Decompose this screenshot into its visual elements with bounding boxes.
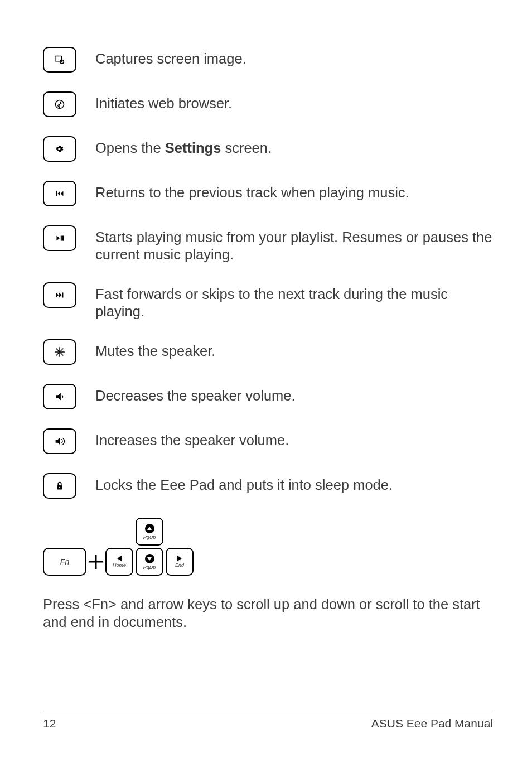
svg-point-4 xyxy=(58,148,60,150)
previous-track-desc: Returns to the previous track when playi… xyxy=(95,181,493,201)
volume-down-icon xyxy=(54,390,66,403)
volume-down-desc: Decreases the speaker volume. xyxy=(95,384,493,404)
end-label: End xyxy=(175,563,184,568)
svg-rect-7 xyxy=(62,235,64,240)
next-track-key xyxy=(43,282,76,308)
fn-arrow-description: Press <Fn> and arrow keys to scroll up a… xyxy=(43,596,493,630)
mute-key xyxy=(43,339,76,365)
pgup-label: PgUp xyxy=(143,535,156,540)
fn-key: Fn xyxy=(43,548,86,576)
settings-key xyxy=(43,136,76,162)
screenshot-icon xyxy=(54,54,66,66)
svg-rect-5 xyxy=(56,191,57,196)
shortcut-row-screenshot: Captures screen image. xyxy=(43,47,493,73)
svg-rect-6 xyxy=(61,235,62,240)
play-pause-icon xyxy=(54,232,66,244)
fn-arrow-combo: Fn PgUp Home PgDp End xyxy=(43,518,493,576)
lock-key xyxy=(43,473,76,499)
page-number: 12 xyxy=(43,717,56,730)
shortcut-row-settings: Opens the Settings screen. xyxy=(43,136,493,162)
settings-desc: Opens the Settings screen. xyxy=(95,136,493,157)
browser-key xyxy=(43,91,76,117)
svg-point-14 xyxy=(59,487,60,488)
shortcut-row-play-pause: Starts playing music from your playlist.… xyxy=(43,225,493,263)
browser-desc: Initiates web browser. xyxy=(95,91,493,112)
shortcut-row-previous-track: Returns to the previous track when playi… xyxy=(43,181,493,206)
screenshot-desc: Captures screen image. xyxy=(95,47,493,67)
arrow-cluster: PgUp Home PgDp End xyxy=(105,518,194,576)
shortcut-row-next-track: Fast forwards or skips to the next track… xyxy=(43,282,493,320)
screenshot-key xyxy=(43,47,76,73)
settings-icon xyxy=(54,143,66,155)
home-label: Home xyxy=(113,563,126,568)
arrow-key-pgup: PgUp xyxy=(136,518,163,546)
page-footer: 12 ASUS Eee Pad Manual xyxy=(43,711,493,730)
arrow-key-pgdp: PgDp xyxy=(136,548,163,576)
lock-desc: Locks the Eee Pad and puts it into sleep… xyxy=(95,473,493,494)
shortcut-row-lock: Locks the Eee Pad and puts it into sleep… xyxy=(43,473,493,499)
arrow-key-home: Home xyxy=(105,548,133,576)
svg-point-2 xyxy=(61,61,62,62)
page: Captures screen image. Initiates web bro… xyxy=(0,0,532,757)
play-pause-key xyxy=(43,225,76,251)
play-pause-desc: Starts playing music from your playlist.… xyxy=(95,225,493,263)
volume-up-desc: Increases the speaker volume. xyxy=(95,428,493,449)
next-track-icon xyxy=(54,289,66,301)
manual-title: ASUS Eee Pad Manual xyxy=(371,717,493,730)
lock-icon xyxy=(54,480,66,492)
volume-up-icon xyxy=(54,435,66,447)
volume-up-key xyxy=(43,428,76,454)
shortcut-row-volume-up: Increases the speaker volume. xyxy=(43,428,493,454)
arrow-key-end: End xyxy=(166,548,194,576)
shortcut-row-volume-down: Decreases the speaker volume. xyxy=(43,384,493,409)
pgdp-label: PgDp xyxy=(143,565,156,570)
mute-icon xyxy=(54,346,66,358)
browser-icon xyxy=(54,98,66,110)
next-track-desc: Fast forwards or skips to the next track… xyxy=(95,282,493,320)
volume-down-key xyxy=(43,384,76,409)
previous-track-icon xyxy=(54,187,66,200)
svg-rect-8 xyxy=(62,293,64,298)
previous-track-key xyxy=(43,181,76,206)
shortcut-row-mute: Mutes the speaker. xyxy=(43,339,493,365)
mute-desc: Mutes the speaker. xyxy=(95,339,493,360)
shortcut-row-browser: Initiates web browser. xyxy=(43,91,493,117)
plus-icon xyxy=(88,553,104,570)
